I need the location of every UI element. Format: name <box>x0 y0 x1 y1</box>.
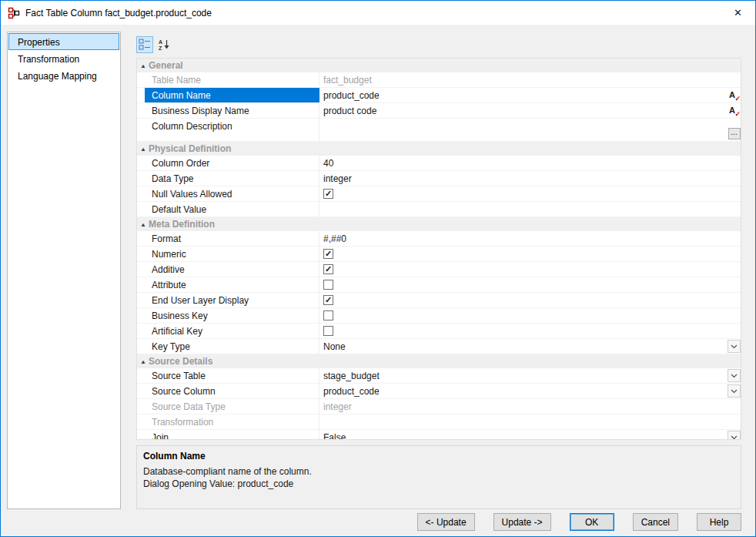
category-header-source-details[interactable]: ▲Source Details <box>137 354 741 368</box>
row-gutter <box>137 119 145 141</box>
checkbox-null-values-allowed[interactable]: ✓ <box>323 189 333 199</box>
row-trailing <box>728 339 741 354</box>
property-value-column-order[interactable]: 40 <box>319 156 728 170</box>
help-button[interactable]: Help <box>697 513 741 531</box>
close-button[interactable]: ✕ <box>721 1 755 25</box>
property-value-business-display-name[interactable]: product code <box>319 103 728 118</box>
value-text-table-name: fact_budget <box>323 75 372 86</box>
sidebar-item-transformation[interactable]: Transformation <box>8 50 119 67</box>
property-value-default-value[interactable] <box>319 202 728 216</box>
property-row-table-name: Table Namefact_budget <box>137 72 741 88</box>
property-label-numeric[interactable]: Numeric <box>145 247 319 261</box>
checkbox-numeric[interactable]: ✓ <box>323 249 333 259</box>
property-label-source-table[interactable]: Source Table <box>145 368 319 383</box>
ok-button[interactable]: OK <box>570 513 614 531</box>
sidebar-item-language-mapping[interactable]: Language Mapping <box>8 67 119 84</box>
checkbox-additive[interactable]: ✓ <box>323 264 333 274</box>
property-value-source-table[interactable]: stage_budget <box>319 368 728 383</box>
row-trailing <box>728 202 741 216</box>
property-label-artificial-key[interactable]: Artificial Key <box>145 324 319 338</box>
property-label-column-description[interactable]: Column Description <box>145 119 319 141</box>
property-label-table-name[interactable]: Table Name <box>145 72 319 87</box>
rename-icon[interactable]: A✓ <box>728 90 740 101</box>
property-value-numeric[interactable]: ✓ <box>319 247 728 261</box>
category-header-meta-definition[interactable]: ▲Meta Definition <box>137 217 741 231</box>
rename-icon-mark: ✓ <box>734 111 741 118</box>
property-row-column-order: Column Order40 <box>137 156 741 171</box>
collapse-triangle-icon[interactable]: ▲ <box>140 221 149 227</box>
property-label-format[interactable]: Format <box>145 231 319 246</box>
property-label-source-data-type[interactable]: Source Data Type <box>145 399 319 414</box>
property-label-business-key[interactable]: Business Key <box>145 308 319 323</box>
checkbox-artificial-key[interactable] <box>323 326 333 336</box>
category-header-general[interactable]: ▲General <box>137 59 741 72</box>
collapse-triangle-icon[interactable]: ▲ <box>140 146 149 152</box>
alphabetical-sort-button[interactable]: A Z <box>156 36 172 53</box>
property-value-source-data-type[interactable]: integer <box>319 399 728 414</box>
property-label-null-values-allowed[interactable]: Null Values Allowed <box>145 186 319 201</box>
checkbox-attribute[interactable] <box>323 280 333 290</box>
property-label-additive[interactable]: Additive <box>145 262 319 277</box>
dropdown-button-source-column[interactable] <box>728 384 741 398</box>
update-back-button[interactable]: <- Update <box>417 513 475 531</box>
property-value-null-values-allowed[interactable]: ✓ <box>319 186 728 201</box>
property-label-column-order[interactable]: Column Order <box>145 156 319 170</box>
row-trailing: A✓ <box>728 88 741 102</box>
property-value-table-name[interactable]: fact_budget <box>319 72 728 87</box>
collapse-triangle-icon[interactable]: ▲ <box>140 358 149 364</box>
collapse-triangle-icon[interactable]: ▲ <box>140 62 149 69</box>
property-label-default-value[interactable]: Default Value <box>145 202 319 216</box>
property-label-column-name[interactable]: Column Name <box>145 88 319 102</box>
row-trailing <box>728 414 741 429</box>
row-gutter <box>137 277 145 292</box>
property-value-additive[interactable]: ✓ <box>319 262 728 277</box>
checkbox-end-user-layer-display[interactable]: ✓ <box>323 295 333 305</box>
property-value-source-column[interactable]: product_code <box>319 384 728 398</box>
property-label-key-type[interactable]: Key Type <box>145 339 319 354</box>
browse-button[interactable]: ... <box>728 128 741 139</box>
property-label-end-user-layer-display[interactable]: End User Layer Display <box>145 293 319 307</box>
checkbox-business-key[interactable] <box>323 310 333 321</box>
dropdown-button-join[interactable] <box>728 431 741 440</box>
categorized-view-icon <box>139 39 151 51</box>
property-value-column-name[interactable]: product_code <box>319 88 728 102</box>
check-mark-icon: ✓ <box>325 296 332 304</box>
property-row-end-user-layer-display: End User Layer Display✓ <box>137 293 741 308</box>
az-sort-icon: A Z <box>158 39 170 51</box>
property-value-business-key[interactable] <box>319 308 728 323</box>
property-value-column-description[interactable] <box>319 119 728 141</box>
row-trailing: A✓ <box>728 103 741 118</box>
property-label-attribute[interactable]: Attribute <box>145 277 319 292</box>
property-label-business-display-name[interactable]: Business Display Name <box>145 103 319 118</box>
rename-icon[interactable]: A✓ <box>728 106 740 116</box>
property-value-transformation[interactable] <box>319 414 728 429</box>
property-label-data-type[interactable]: Data Type <box>145 171 319 186</box>
property-value-attribute[interactable] <box>319 277 728 292</box>
sidebar-item-properties[interactable]: Properties <box>8 33 119 50</box>
row-gutter <box>137 72 145 87</box>
row-trailing <box>728 231 741 246</box>
property-row-business-display-name: Business Display Nameproduct codeA✓ <box>137 103 741 119</box>
property-row-key-type: Key TypeNone <box>137 339 741 354</box>
categorized-view-button[interactable] <box>136 36 153 53</box>
update-forward-button[interactable]: Update -> <box>493 513 551 531</box>
property-value-data-type[interactable]: integer <box>319 171 728 186</box>
property-value-format[interactable]: #,##0 <box>319 231 728 246</box>
category-header-physical-definition[interactable]: ▲Physical Definition <box>137 142 741 156</box>
property-value-join[interactable]: False <box>319 430 728 440</box>
property-value-artificial-key[interactable] <box>319 324 728 338</box>
row-trailing <box>728 247 741 261</box>
property-label-join[interactable]: Join <box>145 430 319 440</box>
property-label-transformation[interactable]: Transformation <box>145 414 319 429</box>
check-mark-icon: ✓ <box>325 190 332 198</box>
row-gutter <box>137 324 145 338</box>
row-gutter <box>137 171 145 186</box>
property-value-end-user-layer-display[interactable]: ✓ <box>319 293 728 307</box>
dropdown-button-source-table[interactable] <box>728 369 741 382</box>
title-bar[interactable]: Fact Table Column fact_budget.product_co… <box>1 1 755 25</box>
dropdown-button-key-type[interactable] <box>728 340 741 353</box>
property-value-key-type[interactable]: None <box>319 339 728 354</box>
row-trailing <box>728 324 741 338</box>
cancel-button[interactable]: Cancel <box>633 513 678 531</box>
property-label-source-column[interactable]: Source Column <box>145 384 319 398</box>
